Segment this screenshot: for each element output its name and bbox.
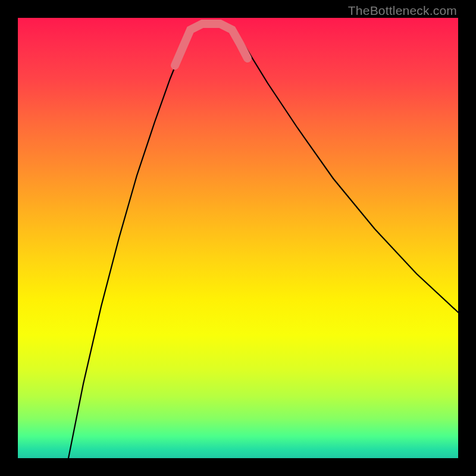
bottleneck-curve: [68, 24, 458, 458]
plot-area: [18, 18, 458, 458]
valley-highlight: [175, 24, 248, 65]
watermark-text: TheBottleneck.com: [348, 4, 457, 18]
chart-frame: TheBottleneck.com: [0, 0, 476, 476]
curve-layer: [18, 18, 458, 458]
